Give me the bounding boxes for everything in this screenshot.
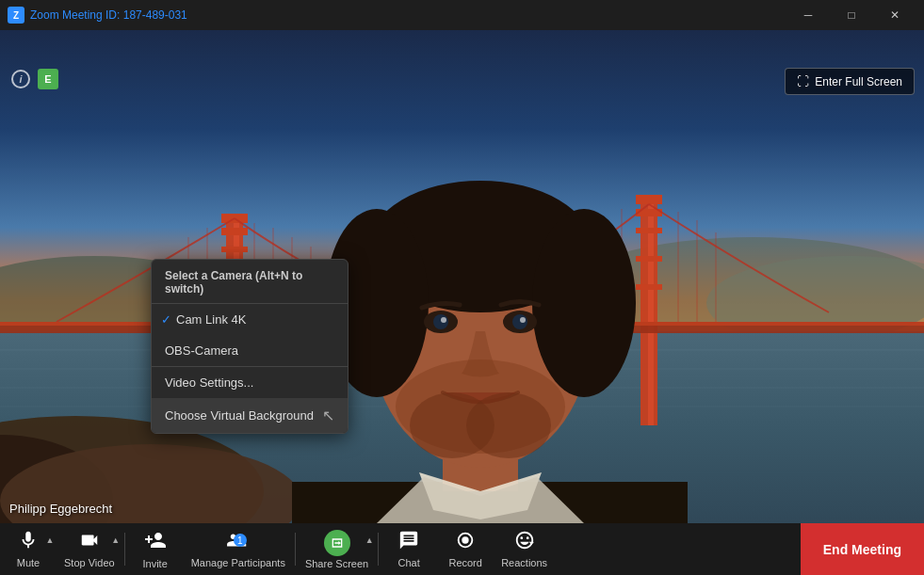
svg-point-51: [532, 209, 636, 397]
maximize-button[interactable]: □: [830, 0, 873, 30]
invite-button[interactable]: Invite: [127, 523, 184, 575]
context-menu: Select a Camera (Alt+N to switch) Cam Li…: [151, 259, 349, 434]
camera-option-obs[interactable]: OBS-Camera: [152, 335, 348, 366]
svg-point-62: [462, 536, 469, 543]
svg-rect-23: [636, 195, 662, 204]
participants-badge: 1: [234, 534, 247, 547]
svg-rect-18: [221, 247, 248, 252]
separator-3: [378, 533, 379, 566]
svg-point-56: [441, 317, 446, 323]
share-screen-icon: [324, 530, 350, 556]
camera-option-obs-label: OBS-Camera: [165, 343, 238, 358]
reactions-label: Reactions: [501, 557, 547, 568]
mute-button[interactable]: ▲ Mute: [0, 523, 57, 575]
fullscreen-button[interactable]: ⛶ Enter Full Screen: [785, 68, 915, 95]
fullscreen-icon: ⛶: [797, 74, 809, 88]
chat-button[interactable]: Chat: [381, 523, 437, 575]
window-title: Zoom Meeting ID: 187-489-031: [30, 8, 786, 22]
zoom-logo: Z: [8, 7, 24, 24]
svg-point-55: [512, 314, 527, 329]
record-icon: [455, 530, 476, 555]
camera-option-camlink[interactable]: Cam Link 4K: [152, 304, 348, 335]
participant-name: Philipp Eggebrecht: [9, 502, 112, 516]
end-meeting-button[interactable]: End Meeting: [801, 523, 924, 575]
share-screen-button[interactable]: ▲ Share Screen: [298, 523, 376, 575]
manage-participants-label: Manage Participants: [191, 557, 285, 568]
share-screen-label: Share Screen: [305, 558, 368, 569]
svg-point-54: [433, 314, 448, 329]
menu-header: Select a Camera (Alt+N to switch): [152, 260, 348, 304]
chat-icon: [398, 530, 419, 555]
microphone-icon: [18, 530, 39, 555]
svg-rect-27: [636, 284, 662, 290]
end-meeting-label: End Meeting: [823, 542, 901, 557]
svg-rect-25: [636, 228, 662, 233]
title-bar: Z Zoom Meeting ID: 187-489-031 ─ □ ✕: [0, 0, 924, 30]
separator-2: [295, 533, 296, 566]
video-settings-option[interactable]: Video Settings...: [152, 366, 348, 398]
virtual-background-label: Choose Virtual Background: [165, 408, 314, 423]
fullscreen-label: Enter Full Screen: [815, 75, 902, 88]
camera-option-camlink-label: Cam Link 4K: [176, 312, 246, 327]
svg-point-57: [520, 317, 526, 323]
record-label: Record: [448, 557, 481, 568]
record-button[interactable]: Record: [437, 523, 494, 575]
cursor-indicator: ↖: [322, 407, 334, 424]
reactions-icon: [514, 530, 535, 555]
video-area: i E ⛶ Enter Full Screen Philipp Eggebrec…: [0, 30, 924, 523]
mute-chevron[interactable]: ▲: [43, 531, 57, 550]
window-controls: ─ □ ✕: [786, 0, 916, 30]
virtual-background-option[interactable]: Choose Virtual Background ↖: [152, 398, 348, 433]
svg-rect-26: [636, 256, 662, 262]
stop-video-button[interactable]: ▲ Stop Video: [57, 523, 122, 575]
invite-label: Invite: [142, 558, 167, 569]
participant-avatar: E: [38, 69, 58, 89]
video-settings-label: Video Settings...: [165, 375, 253, 390]
video-icon: [79, 530, 100, 555]
stop-video-label: Stop Video: [64, 557, 115, 568]
video-chevron[interactable]: ▲: [109, 531, 122, 550]
svg-point-60: [466, 392, 551, 458]
toolbar: ▲ Mute ▲ Stop Video Invite 1 Manage Part…: [0, 523, 924, 575]
share-chevron[interactable]: ▲: [363, 531, 376, 550]
mute-label: Mute: [17, 557, 40, 568]
minimize-button[interactable]: ─: [786, 0, 830, 30]
separator-1: [124, 533, 125, 566]
manage-participants-button[interactable]: 1 Manage Participants: [184, 523, 293, 575]
info-icon[interactable]: i: [11, 70, 30, 88]
participants-icon: 1: [226, 530, 251, 555]
invite-icon: [144, 529, 167, 556]
svg-rect-17: [221, 228, 248, 235]
reactions-button[interactable]: Reactions: [494, 523, 555, 575]
close-button[interactable]: ✕: [873, 0, 916, 30]
chat-label: Chat: [398, 557, 420, 568]
